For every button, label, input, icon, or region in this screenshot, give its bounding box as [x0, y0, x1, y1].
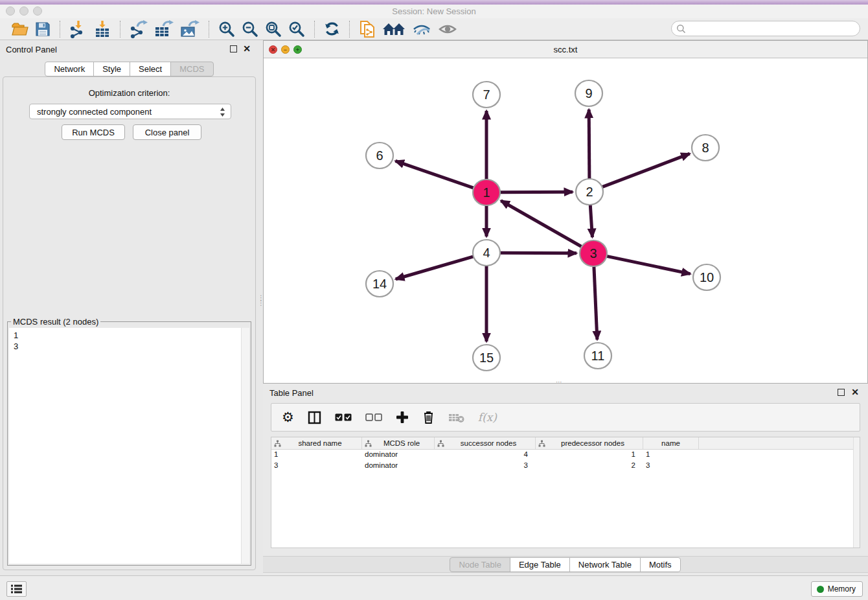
graph-edge-3-1[interactable]: [501, 201, 582, 247]
node-table[interactable]: shared nameMCDS rolesuccessor nodesprede…: [271, 437, 860, 548]
table-scrollbar[interactable]: [853, 437, 860, 548]
close-window-icon[interactable]: [6, 6, 15, 16]
cell[interactable]: 4: [435, 450, 536, 461]
zoom-fit-button[interactable]: [262, 19, 285, 39]
window-top-strip: [0, 0, 868, 5]
graph-edge-4-14[interactable]: [396, 257, 474, 279]
close-panel-button[interactable]: Close panel: [133, 124, 201, 140]
graph-node-9[interactable]: 9: [575, 80, 602, 106]
search-box[interactable]: [671, 21, 860, 36]
zoom-selected-button[interactable]: [285, 19, 308, 39]
graph-node-15[interactable]: 15: [473, 345, 500, 371]
tab-style[interactable]: Style: [93, 62, 130, 76]
hide-eye-button[interactable]: [409, 19, 435, 39]
network-window-titlebar[interactable]: ✕ − + scc.txt: [264, 41, 867, 58]
add-column-button[interactable]: [396, 408, 409, 427]
cell[interactable]: 1: [536, 450, 643, 461]
float-table-panel-icon[interactable]: [838, 389, 845, 396]
column-header-name[interactable]: name: [643, 437, 699, 449]
graph-node-3[interactable]: 3: [580, 240, 607, 266]
zoom-out-button[interactable]: [238, 19, 262, 39]
show-columns-button[interactable]: [308, 408, 321, 427]
graph-node-14[interactable]: 14: [366, 271, 393, 297]
columns-icon: [308, 411, 321, 424]
show-eye-button[interactable]: [435, 19, 461, 39]
cell[interactable]: 1: [271, 450, 362, 461]
graph-node-4[interactable]: 4: [473, 240, 500, 266]
traffic-lights[interactable]: [6, 6, 42, 16]
memory-button[interactable]: Memory: [811, 581, 863, 597]
graph-node-1[interactable]: 1: [473, 179, 500, 205]
deselect-all-button[interactable]: [365, 408, 382, 427]
export-table-button[interactable]: [151, 19, 177, 39]
duplicate-network-button[interactable]: [356, 19, 379, 39]
tab-mcds[interactable]: MCDS: [170, 62, 213, 76]
save-session-button[interactable]: [32, 19, 54, 39]
result-scrollbar[interactable]: [241, 328, 249, 564]
tab-network-table[interactable]: Network Table: [569, 557, 641, 572]
tab-edge-table[interactable]: Edge Table: [510, 557, 570, 572]
network-canvas[interactable]: 7968124314101511: [264, 58, 867, 383]
close-panel-icon[interactable]: ✕: [243, 43, 251, 54]
search-input[interactable]: [686, 22, 860, 35]
cell[interactable]: 2: [536, 461, 643, 472]
column-header-mcds-role[interactable]: MCDS role: [362, 437, 435, 449]
minimize-view-icon[interactable]: −: [281, 45, 290, 54]
import-network-button[interactable]: [66, 19, 91, 39]
export-image-button[interactable]: [177, 19, 203, 39]
export-network-button[interactable]: [126, 19, 151, 39]
vertical-divider-handle[interactable]: ⋮⋮: [258, 295, 265, 306]
criterion-select[interactable]: strongly connected component: [29, 104, 231, 119]
zoom-in-button[interactable]: [215, 19, 238, 39]
function-builder-button[interactable]: f(x): [478, 408, 497, 427]
open-session-button[interactable]: [8, 19, 32, 39]
close-view-icon[interactable]: ✕: [269, 45, 277, 54]
deselect-all-icon: [365, 413, 382, 422]
delete-table-button[interactable]: [448, 408, 464, 427]
cell[interactable]: 3: [271, 461, 362, 472]
select-all-button[interactable]: [335, 408, 352, 427]
graph-node-7[interactable]: 7: [473, 82, 500, 108]
graph-node-8[interactable]: 8: [692, 135, 719, 161]
tab-select[interactable]: Select: [130, 62, 171, 76]
refresh-view-button[interactable]: [321, 19, 343, 39]
graph-edge-1-6[interactable]: [395, 161, 474, 188]
task-history-button[interactable]: [6, 581, 27, 597]
maximize-view-icon[interactable]: +: [293, 45, 302, 54]
column-header-shared-name[interactable]: shared name: [271, 437, 362, 449]
delete-column-button[interactable]: [422, 408, 435, 427]
cell[interactable]: dominator: [362, 450, 435, 461]
tab-motifs[interactable]: Motifs: [640, 557, 681, 572]
home-view-button[interactable]: [379, 19, 409, 39]
maximize-window-icon[interactable]: [33, 6, 42, 16]
graph-edge-2-8[interactable]: [602, 154, 690, 187]
graph-node-2[interactable]: 2: [576, 179, 603, 205]
table-row-0[interactable]: 1dominator411: [271, 450, 860, 461]
run-mcds-button[interactable]: Run MCDS: [62, 124, 125, 140]
cell[interactable]: 3: [643, 461, 699, 472]
graph-node-10[interactable]: 10: [693, 264, 720, 290]
cell[interactable]: dominator: [362, 461, 435, 472]
column-header-predecessor-nodes[interactable]: predecessor nodes: [536, 437, 643, 449]
graph-edge-1-2[interactable]: [500, 192, 573, 192]
column-header-successor-nodes[interactable]: successor nodes: [435, 437, 536, 449]
tab-network[interactable]: Network: [45, 62, 94, 76]
close-table-panel-icon[interactable]: ✕: [851, 387, 859, 397]
cell[interactable]: 1: [643, 450, 699, 461]
cell[interactable]: 3: [435, 461, 536, 472]
graph-edge-2-3[interactable]: [590, 205, 592, 237]
import-table-button[interactable]: [91, 19, 114, 39]
tab-node-table[interactable]: Node Table: [450, 557, 510, 572]
float-panel-icon[interactable]: [230, 45, 237, 52]
minimize-window-icon[interactable]: [19, 6, 29, 16]
table-settings-button[interactable]: ⚙: [282, 408, 294, 427]
graph-edge-3-11[interactable]: [594, 266, 597, 340]
graph-node-6[interactable]: 6: [366, 143, 393, 168]
graph-edge-3-10[interactable]: [607, 256, 691, 273]
graph-node-11[interactable]: 11: [584, 343, 611, 369]
graph-edge-4-3[interactable]: [500, 253, 577, 253]
table-toolbar: ⚙ f(x): [271, 403, 860, 432]
graph-edge-2-9[interactable]: [589, 110, 589, 179]
table-row-1[interactable]: 3dominator323: [271, 461, 860, 472]
column-type-icon: [538, 440, 545, 447]
